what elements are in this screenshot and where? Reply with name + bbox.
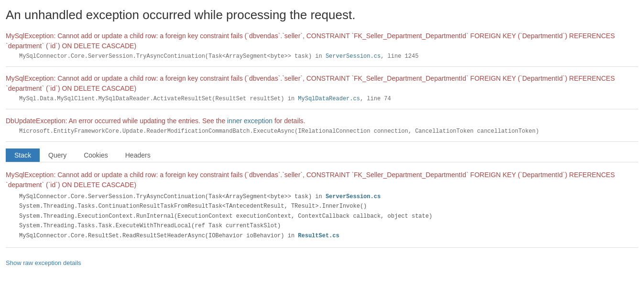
exception-text-2: MySqlException: Cannot add or update a c…	[6, 74, 615, 92]
tab-query[interactable]: Query	[40, 148, 75, 162]
divider-2	[6, 109, 638, 109]
tab-headers[interactable]: Headers	[117, 148, 159, 162]
stack-detail-line-4: System.Threading.Tasks.Task.ExecuteWithT…	[6, 221, 638, 231]
tab-cookies[interactable]: Cookies	[75, 148, 117, 162]
show-raw-exception-link[interactable]: Show raw exception details	[6, 259, 81, 266]
divider-3	[6, 141, 638, 142]
divider-4	[6, 247, 638, 248]
exception-message-3: DbUpdateException: An error occurred whi…	[6, 116, 638, 126]
stack-line-2: MySql.Data.MySqlClient.MySqlDataReader.A…	[6, 95, 638, 102]
divider-1	[6, 66, 638, 67]
exception-block-1: MySqlException: Cannot add or update a c…	[6, 31, 638, 60]
stack-line-3: Microsoft.EntityFrameworkCore.Update.Rea…	[6, 128, 638, 135]
tab-stack[interactable]: Stack	[6, 148, 40, 162]
stack-line-1: MySqlConnector.Core.ServerSession.TryAsy…	[6, 53, 638, 60]
page-title: An unhandled exception occurred while pr…	[6, 8, 638, 22]
exception-message-1: MySqlException: Cannot add or update a c…	[6, 31, 638, 51]
stack-section: MySqlException: Cannot add or update a c…	[6, 170, 638, 241]
stack-detail-line-1: MySqlConnector.Core.ServerSession.TryAsy…	[6, 192, 638, 202]
stack-detail-line-5: MySqlConnector.Core.ResultSet.ReadResult…	[6, 231, 638, 241]
tabs-bar: Stack Query Cookies Headers	[6, 148, 638, 162]
stack-detail-line-2: System.Threading.Tasks.ContinuationResul…	[6, 202, 638, 211]
stack-detail-line-3: System.Threading.ExecutionContext.RunInt…	[6, 212, 638, 221]
stack-exception-message: MySqlException: Cannot add or update a c…	[6, 170, 638, 190]
exception-block-3: DbUpdateException: An error occurred whi…	[6, 116, 638, 135]
exception-text-1: MySqlException: Cannot add or update a c…	[6, 32, 615, 50]
exception-block-2: MySqlException: Cannot add or update a c…	[6, 74, 638, 102]
exception-message-2: MySqlException: Cannot add or update a c…	[6, 74, 638, 94]
